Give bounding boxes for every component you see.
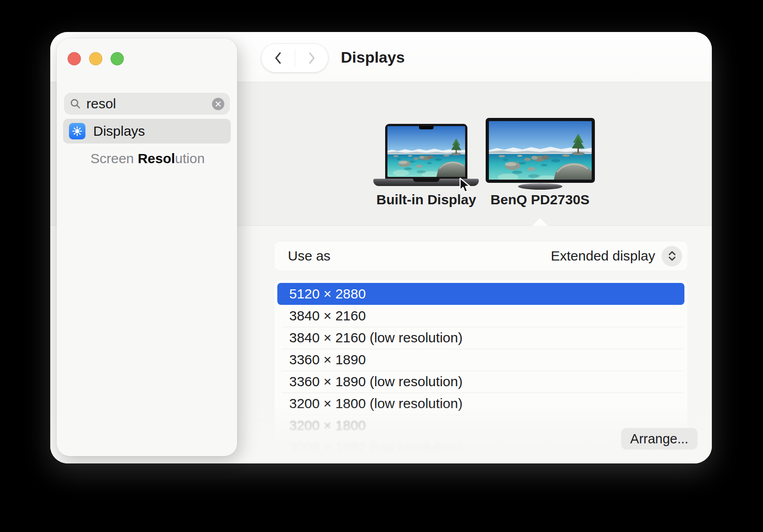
external-display-label: BenQ PD2730S [472,192,609,207]
zoom-button[interactable] [111,52,124,65]
external-display-wallpaper [489,121,592,180]
forward-button[interactable] [295,44,328,72]
desktop: Built-in Display BenQ PD2730S Use as Ext… [0,0,763,532]
external-display-thumbnail[interactable] [486,118,595,183]
search-result-screen-resolution[interactable]: Screen Resolution [90,151,205,166]
search-input[interactable] [85,96,212,112]
close-icon [215,101,221,107]
sidebar-item-displays[interactable]: Displays [63,119,231,144]
back-button[interactable] [261,44,295,72]
resolution-option[interactable]: 3840 × 2160 [277,305,684,327]
chevron-up-down-icon [667,250,677,262]
sidebar-item-label: Displays [93,123,145,139]
resolution-option[interactable]: 3200 × 1800 (low resolution) [277,393,684,415]
displays-icon [69,123,85,139]
resolution-option[interactable]: 3360 × 1890 [277,349,684,371]
close-button[interactable] [68,52,81,65]
arrange-button[interactable]: Arrange... [621,428,697,449]
resolution-option-selected[interactable]: 5120 × 2880 [277,283,684,305]
clear-search-button[interactable] [212,98,224,110]
resolution-option[interactable]: 3840 × 2160 (low resolution) [277,327,684,349]
chevron-right-icon [307,52,316,64]
nav-divider [295,49,295,67]
laptop-lid-lip [413,179,440,182]
builtin-display-thumbnail[interactable] [385,124,467,180]
page-title: Displays [341,48,405,66]
selected-display-pointer [532,218,548,226]
minimize-button[interactable] [89,52,102,65]
monitor-stand [518,183,562,190]
chevron-left-icon [274,52,283,64]
search-icon [69,98,81,110]
search-field [64,93,230,115]
sidebar-search-panel: Displays Screen Resolution [57,38,237,456]
mouse-cursor [459,177,473,197]
navigation-buttons [261,44,328,72]
resolution-option[interactable]: 3360 × 1890 (low resolution) [277,371,684,393]
builtin-display-wallpaper [387,126,465,177]
use-as-dropdown[interactable] [662,246,682,266]
use-as-label: Use as [288,248,330,264]
use-as-row: Use as Extended display [274,241,688,271]
laptop-notch [419,126,434,129]
use-as-value: Extended display [551,248,656,264]
